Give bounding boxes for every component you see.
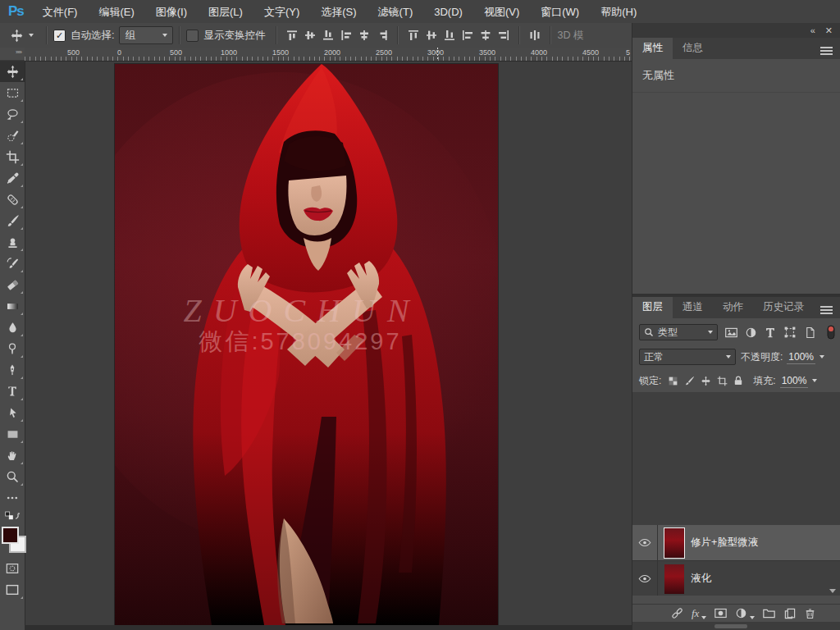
layer-style-icon[interactable]: fx — [692, 607, 699, 620]
auto-select-dropdown[interactable]: 组 — [119, 26, 173, 44]
filter-toggle-switch[interactable] — [821, 323, 840, 341]
more-options-icon[interactable] — [0, 487, 25, 509]
eyedropper-tool[interactable] — [0, 167, 25, 189]
tab-layers[interactable]: 图层 — [632, 297, 673, 318]
pen-tool[interactable] — [0, 359, 25, 381]
tab-properties[interactable]: 属性 — [632, 38, 673, 59]
lock-position-icon[interactable] — [697, 372, 714, 389]
distribute-horizontal-centers-icon[interactable] — [477, 26, 495, 44]
layer-thumbnail[interactable] — [664, 564, 684, 594]
toolbox-collapse-icon[interactable]: »» — [0, 48, 25, 61]
layer-list-scroll-down[interactable] — [829, 589, 836, 593]
distribute-bottom-edges-icon[interactable] — [441, 26, 459, 44]
tab-channels[interactable]: 通道 — [673, 297, 713, 318]
menu-image[interactable]: 图像(I) — [145, 1, 198, 23]
auto-select-checkbox[interactable]: ✓ — [53, 30, 66, 42]
layer-style-chevron[interactable] — [701, 616, 706, 619]
hand-tool[interactable] — [0, 445, 25, 466]
layer-row-liquify[interactable]: 液化 — [632, 561, 840, 596]
horizontal-ruler[interactable]: 500 0 500 1000 1500 2000 2500 3000 3500 … — [25, 48, 632, 62]
swap-colors-icon[interactable] — [0, 509, 25, 523]
blend-mode-dropdown[interactable]: 正常 — [639, 349, 736, 365]
layer-thumbnail[interactable] — [664, 528, 684, 558]
screen-mode-button[interactable] — [0, 579, 25, 600]
eraser-tool[interactable] — [0, 274, 25, 295]
visibility-toggle[interactable] — [632, 525, 658, 560]
move-tool[interactable] — [0, 61, 25, 82]
type-tool[interactable] — [0, 381, 25, 402]
align-bottom-edges-icon[interactable] — [319, 26, 337, 44]
gradient-tool[interactable] — [0, 295, 25, 317]
move-tool-icon[interactable] — [10, 29, 24, 43]
shape-layer-filter-icon[interactable] — [780, 323, 800, 341]
layer-name[interactable]: 液化 — [691, 572, 711, 586]
layers-hscrollbar[interactable] — [632, 622, 840, 630]
menu-3d[interactable]: 3D(D) — [423, 1, 473, 23]
delete-layer-icon[interactable] — [804, 607, 816, 619]
panel-menu-icon[interactable] — [820, 47, 833, 48]
fill-field[interactable]: 100% — [780, 374, 809, 388]
quick-mask-mode-button[interactable] — [0, 558, 25, 579]
align-vertical-centers-icon[interactable] — [301, 26, 319, 44]
tab-history[interactable]: 历史记录 — [753, 297, 814, 318]
collapse-panels-icon[interactable]: « — [810, 25, 815, 35]
tab-info[interactable]: 信息 — [673, 38, 713, 59]
close-panel-icon[interactable]: ✕ — [825, 25, 833, 36]
crop-tool[interactable] — [0, 146, 25, 167]
adjustment-layer-filter-icon[interactable] — [741, 323, 760, 341]
blur-tool[interactable] — [0, 317, 25, 338]
zoom-tool[interactable] — [0, 466, 25, 487]
layer-name[interactable]: 修片+脸型微液 — [691, 536, 758, 550]
type-layer-filter-icon[interactable] — [760, 323, 780, 341]
menu-select[interactable]: 选择(S) — [310, 1, 367, 23]
adjustment-chevron[interactable] — [750, 616, 755, 619]
history-brush-tool[interactable] — [0, 253, 25, 274]
lasso-tool[interactable] — [0, 103, 25, 125]
distribute-top-edges-icon[interactable] — [404, 26, 422, 44]
foreground-color-swatch[interactable] — [2, 527, 19, 544]
new-group-icon[interactable] — [762, 607, 776, 619]
opacity-chevron[interactable] — [819, 355, 824, 358]
distribute-right-edges-icon[interactable] — [495, 26, 513, 44]
pixel-layer-filter-icon[interactable] — [721, 323, 741, 341]
lock-artboard-icon[interactable] — [714, 372, 730, 389]
lock-transparent-icon[interactable] — [664, 372, 681, 389]
fill-chevron[interactable] — [812, 379, 817, 382]
lock-paint-icon[interactable] — [681, 372, 697, 389]
path-selection-tool[interactable] — [0, 402, 25, 423]
lock-all-icon[interactable] — [730, 372, 746, 389]
align-right-edges-icon[interactable] — [373, 26, 391, 44]
opacity-field[interactable]: 100% — [787, 350, 815, 364]
menu-window[interactable]: 窗口(W) — [530, 1, 590, 23]
tool-preset-chevron[interactable] — [29, 34, 34, 37]
quick-selection-tool[interactable] — [0, 125, 25, 146]
tab-actions[interactable]: 动作 — [713, 297, 753, 318]
scrollbar-thumb[interactable] — [714, 624, 747, 628]
align-left-edges-icon[interactable] — [337, 26, 355, 44]
menu-view[interactable]: 视图(V) — [473, 1, 530, 23]
link-layers-icon[interactable] — [670, 606, 684, 620]
menu-filter[interactable]: 滤镜(T) — [368, 1, 424, 23]
smart-object-filter-icon[interactable] — [800, 323, 819, 341]
adjustment-layer-icon[interactable] — [735, 607, 747, 619]
menu-file[interactable]: 文件(F) — [32, 1, 89, 23]
align-top-edges-icon[interactable] — [283, 26, 301, 44]
visibility-toggle[interactable] — [632, 561, 658, 596]
layer-filter-dropdown[interactable]: 类型 — [639, 324, 718, 340]
panel-menu-icon[interactable] — [820, 306, 833, 308]
document-canvas[interactable]: ZUOCHUN 微信:578094297 — [115, 64, 498, 625]
new-layer-icon[interactable] — [783, 607, 797, 620]
brush-tool[interactable] — [0, 210, 25, 231]
align-horizontal-centers-icon[interactable] — [355, 26, 373, 44]
rectangle-shape-tool[interactable] — [0, 423, 25, 445]
show-transform-checkbox[interactable] — [186, 30, 199, 42]
rectangular-marquee-tool[interactable] — [0, 82, 25, 103]
menu-edit[interactable]: 编辑(E) — [88, 1, 144, 23]
menu-layer[interactable]: 图层(L) — [198, 1, 253, 23]
distribute-left-edges-icon[interactable] — [459, 26, 477, 44]
menu-type[interactable]: 文字(Y) — [253, 1, 310, 23]
distribute-vertical-centers-icon[interactable] — [422, 26, 441, 44]
auto-align-icon[interactable] — [526, 26, 544, 44]
menu-help[interactable]: 帮助(H) — [590, 1, 647, 23]
spot-healing-brush-tool[interactable] — [0, 189, 25, 210]
